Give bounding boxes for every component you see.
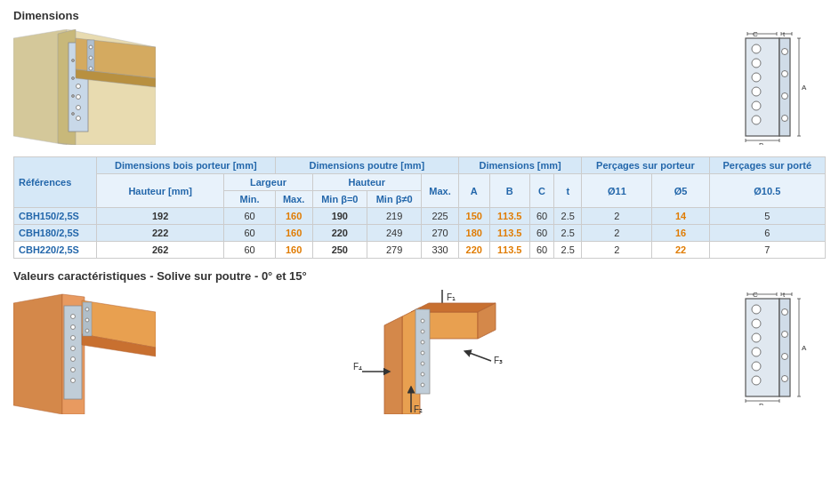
svg-text:B: B bbox=[759, 402, 763, 405]
svg-point-105 bbox=[782, 376, 788, 382]
haut-max-cell: 270 bbox=[422, 225, 459, 242]
haut-beta0-cell: 250 bbox=[312, 242, 367, 259]
ref-cell: CBH180/2,5S bbox=[14, 225, 97, 242]
col-max2: Max. bbox=[422, 174, 459, 208]
svg-point-62 bbox=[85, 308, 89, 311]
larg-max-cell: 160 bbox=[275, 208, 312, 225]
svg-point-58 bbox=[71, 379, 76, 383]
svg-point-20 bbox=[89, 67, 93, 70]
svg-rect-51 bbox=[64, 306, 82, 399]
svg-point-56 bbox=[71, 357, 76, 362]
C-cell: 60 bbox=[529, 208, 553, 225]
svg-point-54 bbox=[71, 336, 76, 340]
svg-point-8 bbox=[77, 95, 81, 100]
col-B: B bbox=[489, 174, 529, 208]
table-row: CBH180/2,5S22260160220249270180113.5602.… bbox=[14, 225, 826, 242]
svg-text:F₁: F₁ bbox=[447, 292, 456, 302]
svg-point-97 bbox=[752, 319, 761, 328]
svg-point-99 bbox=[752, 348, 761, 356]
svg-marker-49 bbox=[13, 294, 62, 414]
bracket-3d-bottom bbox=[13, 290, 156, 417]
svg-point-31 bbox=[752, 44, 761, 53]
svg-point-100 bbox=[752, 362, 761, 371]
dimensions-section: Dimensions bbox=[13, 9, 826, 259]
ref-cell: CBH220/2,5S bbox=[14, 242, 97, 259]
col-percages-porteur: Perçages sur porteur bbox=[582, 157, 709, 174]
haut-beta0-cell: 220 bbox=[312, 225, 367, 242]
A-cell: 150 bbox=[458, 208, 489, 225]
svg-point-7 bbox=[77, 84, 81, 89]
o5-cell: 16 bbox=[652, 225, 709, 242]
haut-betanot0-cell: 249 bbox=[367, 225, 422, 242]
svg-point-55 bbox=[71, 347, 76, 351]
valeurs-section: Valeurs caractéristiques - Solive sur po… bbox=[13, 269, 826, 417]
larg-max-cell: 160 bbox=[275, 242, 312, 259]
svg-point-52 bbox=[71, 315, 76, 319]
larg-min-cell: 60 bbox=[224, 208, 275, 225]
t-cell: 2.5 bbox=[554, 225, 582, 242]
o10_5-cell: 7 bbox=[709, 242, 825, 259]
C-cell: 60 bbox=[529, 225, 553, 242]
dimensions-table: Références Dimensions bois porteur [mm] … bbox=[13, 156, 826, 259]
svg-point-13 bbox=[72, 95, 75, 98]
svg-point-98 bbox=[752, 333, 761, 342]
svg-point-74 bbox=[421, 330, 424, 333]
svg-point-35 bbox=[752, 101, 761, 110]
dimensions-table-wrapper: Références Dimensions bois porteur [mm] … bbox=[13, 156, 826, 259]
svg-point-75 bbox=[421, 340, 424, 344]
bracket-3d-image bbox=[13, 29, 156, 148]
svg-text:A: A bbox=[802, 344, 807, 352]
col-references: Références bbox=[14, 157, 97, 208]
svg-rect-29 bbox=[746, 38, 779, 136]
svg-point-38 bbox=[782, 71, 788, 77]
larg-min-cell: 60 bbox=[224, 225, 275, 242]
svg-text:t: t bbox=[783, 291, 786, 299]
B-cell: 113.5 bbox=[489, 208, 529, 225]
svg-point-10 bbox=[77, 116, 81, 121]
svg-rect-94 bbox=[746, 299, 779, 396]
haut-beta0-cell: 190 bbox=[312, 208, 367, 225]
col-o10-5: Ø10.5 bbox=[709, 174, 825, 208]
col-dim-poutre: Dimensions poutre [mm] bbox=[275, 157, 458, 174]
svg-text:F₃: F₃ bbox=[494, 356, 503, 365]
svg-point-76 bbox=[421, 351, 424, 355]
svg-point-36 bbox=[752, 116, 761, 124]
svg-line-84 bbox=[467, 352, 491, 361]
o11-cell: 2 bbox=[582, 225, 652, 242]
col-dim-bois: Dimensions bois porteur [mm] bbox=[96, 157, 275, 174]
svg-text:A: A bbox=[802, 84, 807, 92]
col-percages-porte: Perçages sur porté bbox=[709, 157, 825, 174]
bottom-row: F₁ F₄ bbox=[13, 290, 826, 417]
hauteur-min-cell: 192 bbox=[96, 208, 223, 225]
t-cell: 2.5 bbox=[554, 242, 582, 259]
larg-max-cell: 160 bbox=[275, 225, 312, 242]
svg-point-34 bbox=[752, 87, 761, 96]
o5-cell: 22 bbox=[652, 242, 709, 259]
dimensions-title: Dimensions bbox=[13, 9, 826, 22]
svg-point-53 bbox=[71, 325, 76, 330]
svg-point-63 bbox=[85, 318, 89, 322]
svg-point-9 bbox=[77, 106, 81, 110]
o5-cell: 14 bbox=[652, 208, 709, 225]
haut-max-cell: 225 bbox=[422, 208, 459, 225]
o11-cell: 2 bbox=[582, 242, 652, 259]
svg-point-102 bbox=[782, 309, 788, 316]
svg-point-103 bbox=[782, 332, 788, 338]
A-cell: 180 bbox=[458, 225, 489, 242]
svg-point-96 bbox=[752, 305, 761, 314]
col-haut-min-betanot0: Min β≠0 bbox=[367, 191, 422, 208]
technical-drawing-bottom: C t bbox=[728, 290, 826, 408]
svg-point-104 bbox=[782, 354, 788, 360]
svg-marker-71 bbox=[384, 316, 402, 414]
svg-point-40 bbox=[782, 116, 788, 122]
svg-point-77 bbox=[421, 362, 424, 365]
table-row: CBH220/2,5S26260160250279330220113.5602.… bbox=[14, 242, 826, 259]
col-o5: Ø5 bbox=[652, 174, 709, 208]
col-largeur: Largeur bbox=[224, 174, 312, 191]
hauteur-min-cell: 222 bbox=[96, 225, 223, 242]
table-row: CBH150/2,5S19260160190219225150113.5602.… bbox=[14, 208, 826, 225]
svg-point-14 bbox=[72, 113, 75, 116]
col-larg-max: Max. bbox=[275, 191, 312, 208]
svg-text:C: C bbox=[753, 291, 758, 299]
svg-point-12 bbox=[72, 77, 75, 80]
